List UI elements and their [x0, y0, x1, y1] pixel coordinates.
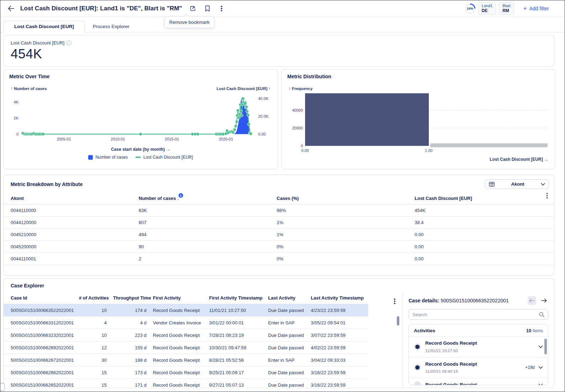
- share-icon[interactable]: [188, 4, 198, 13]
- case-explorer-title: Case Explorer: [4, 283, 554, 288]
- previous-case-button[interactable]: [528, 296, 536, 305]
- case-row[interactable]: 500SG015100066265202200115171 dRecord Go…: [4, 379, 368, 388]
- breakdown-col-header[interactable]: Akont: [4, 192, 139, 205]
- case-col-header[interactable]: # of Activities: [79, 292, 113, 304]
- chevron-down-icon[interactable]: [538, 366, 543, 369]
- breakdown-row[interactable]: 00441200006071%38.4: [4, 217, 554, 229]
- case-col-header[interactable]: First Activity Timestamp: [209, 292, 268, 304]
- case-table: Case Id# of ActivitiesThroughput TimeFir…: [4, 292, 368, 388]
- case-cell: Record Goods Receipt: [153, 379, 209, 388]
- breakdown-row[interactable]: 004411000063K98%454K: [4, 205, 554, 217]
- back-button[interactable]: [6, 4, 16, 14]
- case-cell: Record Goods Receipt: [153, 366, 209, 379]
- frequency-axis-label: ↑ Frequency: [289, 86, 313, 91]
- case-cell: 3/16/22 23:59:59: [311, 379, 368, 388]
- sort-order-badge: 1: [178, 193, 183, 198]
- case-id-link[interactable]: 500SG0151000662662022001: [4, 366, 79, 379]
- activity-item[interactable]: Record Goods Receipt: [409, 378, 548, 385]
- activities-count: 10 Items: [526, 328, 543, 333]
- case-table-scrollbar[interactable]: [397, 316, 399, 325]
- bookmark-icon[interactable]: [203, 4, 212, 13]
- breakdown-col-header[interactable]: Number of cases↓1: [139, 192, 277, 205]
- case-col-header[interactable]: Last Activity: [268, 292, 311, 304]
- case-cell: Record Goods Receipt: [153, 304, 209, 317]
- tab-bar: Lost Cash Discount [EUR] Process Explore…: [0, 17, 565, 32]
- activity-name: Record Goods Receipt: [425, 361, 477, 367]
- case-col-header[interactable]: Last Activity Timestamp: [311, 292, 368, 304]
- breakdown-options-icon[interactable]: [545, 191, 549, 200]
- chevron-down-icon[interactable]: [538, 383, 543, 385]
- breakdown-cell: 0044110001: [4, 253, 139, 265]
- case-cell: 10/30/21 09:47:59: [209, 341, 268, 354]
- case-id-link[interactable]: 500SG0151000663312022001: [4, 317, 79, 329]
- case-id-link[interactable]: 500SG0151000663232022001: [4, 329, 79, 341]
- tab-process-explorer[interactable]: Process Explorer: [85, 21, 137, 32]
- legend-label-discount: Lost Cash Discount [EUR]: [143, 155, 193, 160]
- case-id-link[interactable]: 500SG0151000662692022001: [4, 341, 79, 354]
- breakdown-row[interactable]: 0045200000900%0.00: [4, 241, 554, 253]
- case-id-link[interactable]: 500SG0151000662672022001: [4, 354, 79, 366]
- case-row[interactable]: 500SG015100066323202200110223 dRecord Go…: [4, 329, 368, 341]
- breakdown-col-header[interactable]: Lost Cash Discount [EUR]: [415, 192, 554, 205]
- case-id-link[interactable]: 500SG0151000662652022001: [4, 379, 79, 388]
- case-details-panel: Case details: 500SG0151000663522022001: [403, 292, 554, 388]
- filter-chip-blart[interactable]: Blart RM: [499, 2, 514, 15]
- attribute-selector[interactable]: Akont: [485, 179, 549, 189]
- case-cell: 3/01/22 00:00:01: [209, 317, 268, 329]
- next-case-button[interactable]: [540, 296, 548, 305]
- right-axis-label: Lost Cash Discount [EUR] ↑: [217, 86, 271, 91]
- load-progress-value: 24%: [465, 4, 475, 14]
- breakdown-row[interactable]: 00452100004941%0.00: [4, 229, 554, 241]
- case-row[interactable]: 500SG015100066269202200112155 dRecord Go…: [4, 341, 368, 354]
- activity-item[interactable]: Record Goods Receipt11/01/21 10:27:50: [409, 337, 548, 357]
- svg-text:2005-01: 2005-01: [57, 137, 71, 141]
- svg-text:2K: 2K: [14, 116, 19, 120]
- breakdown-row[interactable]: 004411000120%0.00: [4, 253, 554, 265]
- search-icon[interactable]: [539, 312, 544, 317]
- activities-card: Activities 10 Items Record Goods Receipt…: [409, 324, 548, 385]
- breakdown-cell: 454K: [415, 205, 554, 217]
- add-filter-button[interactable]: + Add filter: [523, 5, 549, 12]
- metric-distribution-chart[interactable]: 020000400000.001.00: [287, 91, 550, 155]
- case-cell: 9/27/21 05:07:13: [209, 379, 268, 388]
- breakdown-cell: 90: [139, 241, 277, 253]
- legend-label-cases: Number of cases: [95, 155, 128, 160]
- activity-timestamp: 11/20/21 08:40:19: [425, 369, 458, 374]
- case-cell: 4/23/22 23:59:59: [311, 304, 368, 317]
- case-id-link[interactable]: 500SG0151000663522022001: [4, 304, 79, 317]
- info-icon[interactable]: i: [66, 41, 71, 46]
- filter-chip-value: DE: [482, 8, 493, 14]
- case-row[interactable]: 500SG015100066267202200130188 dRecord Go…: [4, 354, 368, 366]
- case-row[interactable]: 500SG015100066331202200144 dVendor Creat…: [4, 317, 368, 329]
- case-col-header[interactable]: Case Id: [4, 292, 79, 304]
- kpi-value: 454K: [11, 47, 547, 62]
- chevron-down-icon: [541, 183, 545, 186]
- top-bar: Lost Cash Discount [EUR]: Land1 is "DE",…: [0, 0, 565, 17]
- breakdown-col-header[interactable]: Cases (%): [277, 192, 415, 205]
- more-options-icon[interactable]: [217, 4, 226, 13]
- breakdown-cell: 607: [139, 217, 277, 229]
- arrow-right-icon: [541, 298, 547, 303]
- case-cell: Record Goods Receipt: [153, 329, 209, 341]
- chevron-down-icon[interactable]: [538, 345, 543, 348]
- case-search-input[interactable]: [412, 312, 539, 317]
- case-cell: Due Date passed: [268, 341, 311, 354]
- left-axis-label: ↑ Number of cases: [11, 86, 47, 91]
- activities-scrollbar[interactable]: [544, 339, 547, 354]
- metric-over-time-chart[interactable]: 02K4K0.0020.0K40.0K2005-012010-012015-01…: [9, 91, 272, 145]
- metric-breakdown-card: Metric Breakdown by Attribute Akont Akon…: [3, 175, 554, 276]
- case-table-options-icon[interactable]: [393, 297, 397, 306]
- filter-chip-land1[interactable]: Land1 DE: [478, 2, 496, 15]
- case-row[interactable]: 500SG015100066266202200115173 dRecord Go…: [4, 366, 368, 379]
- case-col-header[interactable]: First Activity: [153, 292, 209, 304]
- svg-text:2010-01: 2010-01: [111, 137, 125, 141]
- case-row[interactable]: 500SG015100066352202200110174 dRecord Go…: [4, 304, 368, 317]
- tab-lost-cash-discount[interactable]: Lost Cash Discount [EUR]: [3, 21, 85, 32]
- legend-swatch-discount: [135, 157, 141, 158]
- case-col-header[interactable]: Throughput Time: [113, 292, 153, 304]
- activity-item[interactable]: Record Goods Receipt11/20/21 08:40:19+19…: [409, 357, 548, 378]
- case-cell: 15: [79, 366, 113, 379]
- breakdown-cell: 494: [139, 229, 277, 241]
- case-cell: 3/05/22 09:54:01: [311, 317, 368, 329]
- case-cell: 15: [79, 379, 113, 388]
